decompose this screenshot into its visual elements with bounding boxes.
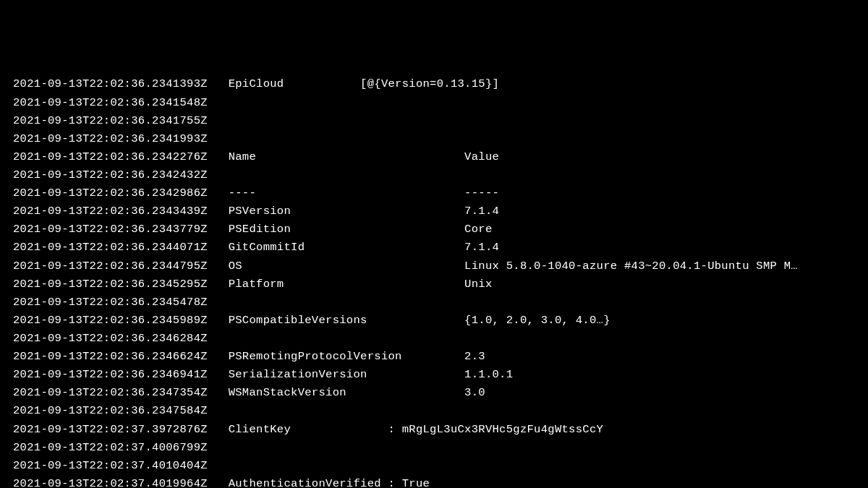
log-line: 2021-09-13T22:02:37.4010404Z — [13, 457, 868, 475]
log-line: 2021-09-13T22:02:36.2341993Z — [13, 130, 868, 148]
log-line: 2021-09-13T22:02:36.2341548Z — [13, 94, 868, 112]
log-line: 2021-09-13T22:02:36.2347354Z WSManStackV… — [13, 384, 868, 402]
log-line: 2021-09-13T22:02:36.2341755Z — [13, 112, 868, 130]
terminal-log-output: 2021-09-13T22:02:36.2341393Z EpiCloud [@… — [13, 75, 868, 488]
log-line: 2021-09-13T22:02:36.2346284Z — [13, 330, 868, 348]
log-line: 2021-09-13T22:02:37.4006799Z — [13, 439, 868, 457]
log-line: 2021-09-13T22:02:36.2343439Z PSVersion 7… — [13, 202, 868, 221]
log-line: 2021-09-13T22:02:36.2343779Z PSEdition C… — [13, 221, 868, 239]
log-line: 2021-09-13T22:02:36.2345989Z PSCompatibl… — [13, 312, 868, 330]
log-line: 2021-09-13T22:02:36.2346941Z Serializati… — [13, 366, 868, 384]
log-line: 2021-09-13T22:02:36.2344795Z OS Linux 5.… — [13, 257, 868, 275]
log-line: 2021-09-13T22:02:36.2346624Z PSRemotingP… — [13, 348, 868, 366]
log-line: 2021-09-13T22:02:36.2347584Z — [13, 402, 868, 420]
log-line: 2021-09-13T22:02:36.2341393Z EpiCloud [@… — [13, 75, 868, 93]
log-line: 2021-09-13T22:02:36.2342432Z — [13, 166, 868, 184]
log-line: 2021-09-13T22:02:36.2342276Z Name Value — [13, 148, 868, 166]
log-line: 2021-09-13T22:02:37.3972876Z ClientKey :… — [13, 421, 868, 439]
log-line: 2021-09-13T22:02:36.2345478Z — [13, 294, 868, 312]
log-line: 2021-09-13T22:02:37.4019964Z Authenticat… — [13, 475, 868, 488]
log-line: 2021-09-13T22:02:36.2342986Z ---- ----- — [13, 184, 868, 202]
log-line: 2021-09-13T22:02:36.2345295Z Platform Un… — [13, 275, 868, 294]
log-line: 2021-09-13T22:02:36.2344071Z GitCommitId… — [13, 239, 868, 257]
